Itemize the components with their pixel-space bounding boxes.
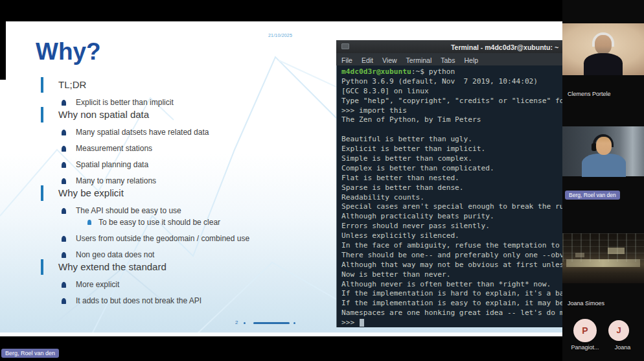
slide-bullet-item: It adds to but does not break the API xyxy=(41,296,339,305)
slide-date: 21/10/2025 xyxy=(268,33,292,38)
bullet-icon xyxy=(62,146,66,152)
item-text: Non geo data does not xyxy=(76,250,154,259)
bullet-icon xyxy=(62,130,66,135)
item-text: TL;DR xyxy=(58,79,86,90)
bullet-icon xyxy=(62,282,66,288)
video-tile-roel[interactable]: Berg, Roel van den xyxy=(562,121,644,233)
slide-bullet-list: TL;DRExplicit is better than implicitWhy… xyxy=(41,77,339,305)
terminal-last-prompt: >>> xyxy=(341,318,359,327)
terminal-menu-item[interactable]: Help xyxy=(464,54,478,67)
slide-bullet-item: Many spatial datsets have related data xyxy=(41,128,339,137)
item-text: The API should be easy to use xyxy=(76,206,181,215)
slide-bullet-item: The API should be easy to use xyxy=(41,206,339,215)
screen-share-stage: 21/10/2025 Why? TL;DRExplicit is better … xyxy=(0,0,644,361)
terminal-menu-item[interactable]: Terminal xyxy=(406,54,432,67)
terminal-menu-item[interactable]: Edit xyxy=(362,54,373,67)
participant-name-pill: Berg, Roel van den xyxy=(565,191,620,200)
avatar-panagiot[interactable]: P xyxy=(573,319,597,342)
terminal-menu-item[interactable]: File xyxy=(341,54,352,67)
slide-footer: 2 xyxy=(235,320,306,327)
section-bar-icon xyxy=(41,185,43,201)
terminal-prompt-command: :~$ python xyxy=(411,67,455,76)
footer-dot-icon xyxy=(293,322,295,324)
slide-bullet-item: Many to many relations xyxy=(41,176,339,185)
item-text: Why non spatial data xyxy=(58,109,149,120)
footer-dot-icon xyxy=(244,322,246,324)
slide-bottom-edge xyxy=(0,332,562,336)
item-text: More explicit xyxy=(76,280,119,289)
avatar-initial: J xyxy=(616,325,621,335)
bullet-icon xyxy=(62,162,66,168)
avatar-initial: P xyxy=(582,325,588,336)
slide-bullet-item: To be easy to use it should be clear xyxy=(41,218,339,227)
item-text: It adds to but does not break the API xyxy=(76,296,201,305)
slide-bullet-item: Measurement stations xyxy=(41,144,339,153)
participant-head xyxy=(595,35,612,54)
item-text: Why extend the standard xyxy=(58,261,167,272)
atrium-lit-window xyxy=(575,253,584,257)
terminal-menu-item[interactable]: View xyxy=(382,54,397,67)
slide-bullet-item: Explicit is better than implicit xyxy=(41,98,339,107)
slide-bullet-item: Spatial planning data xyxy=(41,160,339,169)
slide-page-number: 2 xyxy=(235,320,238,325)
participant-video xyxy=(562,126,644,176)
slide-bullet-item: Non geo data does not xyxy=(41,250,339,259)
slide-bullet-item: More explicit xyxy=(41,280,339,289)
bullet-icon xyxy=(62,208,66,214)
bullet-icon xyxy=(87,220,91,225)
avatar-joana[interactable]: J xyxy=(608,320,629,341)
terminal-prompt-user: m4dc0d3r@xubuntu xyxy=(341,67,411,76)
slide-section-header: Why be explicit xyxy=(41,187,339,199)
active-speaker-label: Berg, Roel van den xyxy=(1,349,59,358)
atrium-lit-band xyxy=(566,259,640,267)
bullet-icon xyxy=(62,298,66,304)
item-text: Many spatial datsets have related data xyxy=(76,128,209,137)
item-text: Many to many relations xyxy=(76,176,156,185)
item-text: Spatial planning data xyxy=(76,160,148,169)
participant-name: Joana Simoes xyxy=(568,300,604,307)
item-text: Explicit is better than implicit xyxy=(76,98,174,107)
top-left-mask xyxy=(0,21,6,80)
participant-name: Clemens Portele xyxy=(568,91,611,97)
item-text: Why be explicit xyxy=(58,187,124,198)
participants-sidebar: Clemens Portele Berg, Roel van den Joana… xyxy=(562,0,644,361)
section-bar-icon xyxy=(41,77,43,93)
item-text: Measurement stations xyxy=(76,144,152,153)
terminal-title: Terminal - m4dc0d3r@xubuntu: ~ xyxy=(451,43,558,51)
bullet-icon xyxy=(62,100,66,106)
slide-bullet-item: Users from outside the geodomain / combi… xyxy=(41,234,339,243)
bullet-icon xyxy=(62,178,66,184)
video-tile-joana[interactable]: Joana Simoes xyxy=(562,233,644,361)
terminal-menu-item[interactable]: Tabs xyxy=(441,54,455,67)
video-tile-clemens[interactable]: Clemens Portele xyxy=(562,0,644,121)
item-text: To be easy to use it should be clear xyxy=(98,218,220,227)
bullet-icon xyxy=(62,252,66,258)
participant-shirt xyxy=(584,53,623,75)
participant-video xyxy=(562,233,644,283)
slide-title: Why? xyxy=(36,38,101,65)
slide-section-header: Why non spatial data xyxy=(41,109,339,121)
participant-video xyxy=(562,23,644,75)
avatar-label: Panagiot... xyxy=(565,344,605,351)
footer-line-icon xyxy=(253,322,290,324)
slide-section-header: Why extend the standard xyxy=(41,261,339,273)
avatar-label: Joana xyxy=(603,344,643,351)
participant-shirt xyxy=(582,154,626,177)
slide-section-header: TL;DR xyxy=(41,79,339,91)
terminal-window-icon xyxy=(341,43,349,49)
section-bar-icon xyxy=(41,107,43,122)
bullet-icon xyxy=(62,236,66,242)
item-text: Users from outside the geodomain / combi… xyxy=(76,234,249,243)
atrium-lit-window xyxy=(608,248,625,254)
participant-head xyxy=(596,137,612,155)
atrium-glass-grid xyxy=(562,233,644,262)
terminal-cursor xyxy=(360,319,364,327)
section-bar-icon xyxy=(41,259,43,275)
